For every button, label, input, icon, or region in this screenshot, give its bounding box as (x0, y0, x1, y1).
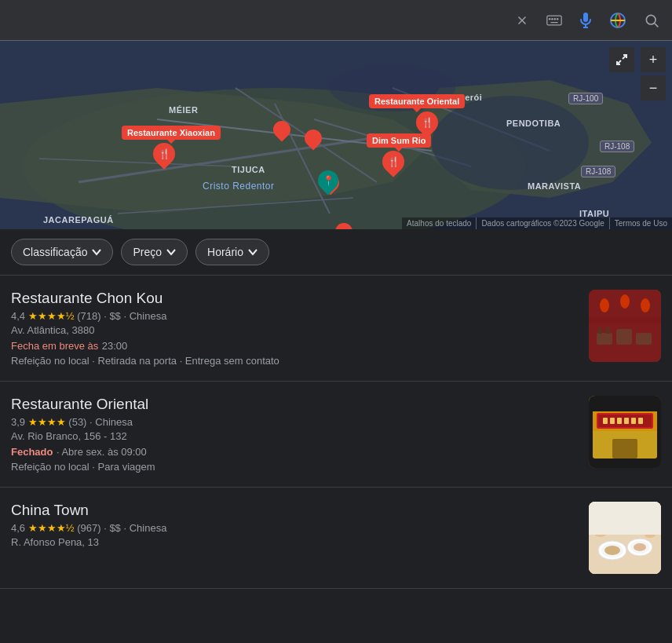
restaurant-info-oriental: Restaurante Oriental 3,9 ★★★★ (53) · Chi… (11, 396, 579, 473)
chevron-down-icon-3 (248, 247, 257, 257)
map-pin-label-xiaoxian: Restaurante Xiaoxian (122, 126, 221, 140)
restaurant-item-oriental[interactable]: Restaurante Oriental 3,9 ★★★★ (53) · Chi… (0, 382, 672, 488)
restaurant-info-chon-kou: Restaurante Chon Kou 4,4 ★★★★½ (718) · $… (11, 290, 579, 367)
svg-rect-53 (638, 418, 643, 424)
price-level-chinatown: $$ (109, 522, 120, 534)
svg-rect-33 (597, 333, 612, 345)
map-pin-dimsum[interactable]: Dim Sum Rio 🍴 (367, 133, 431, 173)
map-pin-label-oriental: Restaurante Oriental (369, 94, 465, 108)
svg-rect-50 (617, 418, 622, 424)
road-badge-rj108a: RJ-108 (600, 141, 634, 152)
map-container[interactable]: MÉIER TIJUCA Cristo Redentor JACAREPAGUÁ… (0, 41, 672, 229)
stars-icon-chinatown: ★★★★½ (28, 522, 77, 534)
search-input[interactable]: restaurante chinês no Rio de Janeiro (9, 13, 504, 27)
restaurant-services-oriental: Refeição no local · Para viagem (11, 461, 579, 473)
filters-bar: Classificação Preço Horário (0, 229, 672, 276)
restaurant-address-oriental: Av. Rio Branco, 156 - 132 (11, 430, 579, 442)
restaurant-item-chon-kou[interactable]: Restaurante Chon Kou 4,4 ★★★★½ (718) · $… (0, 276, 672, 382)
map-keyboard-shortcuts[interactable]: Atalhos do teclado (402, 217, 476, 229)
svg-line-14 (655, 23, 659, 27)
restaurant-address-chon-kou: Av. Atlântica, 3880 (11, 324, 579, 336)
svg-rect-51 (624, 418, 629, 424)
restaurant-meta-chon-kou: 4,4 ★★★★½ (718) · $$ · Chinesa (11, 310, 579, 322)
svg-point-40 (641, 298, 650, 312)
filter-schedule[interactable]: Horário (195, 239, 269, 265)
review-count-oriental: (53) (68, 416, 86, 428)
stars-icon: ★★★★½ (28, 310, 77, 322)
chevron-down-icon-2 (166, 247, 176, 257)
chevron-down-icon (92, 247, 101, 257)
map-background: MÉIER TIJUCA Cristo Redentor JACAREPAGUÁ… (0, 41, 672, 229)
restaurant-item-chinatown[interactable]: China Town 4,6 ★★★★½ (967) · $$ · Chines… (0, 488, 672, 589)
svg-rect-64 (589, 502, 661, 535)
filter-price-label: Preço (133, 246, 162, 258)
restaurant-name-oriental: Restaurante Oriental (11, 396, 579, 413)
road-badge-rj108b: RJ-108 (581, 166, 615, 177)
keyboard-icon[interactable] (543, 12, 565, 29)
svg-rect-52 (631, 418, 636, 424)
review-count: (718) (77, 310, 100, 322)
svg-rect-49 (610, 418, 615, 424)
search-button[interactable] (641, 9, 663, 31)
svg-point-61 (634, 543, 646, 551)
restaurant-list: Restaurante Chon Kou 4,4 ★★★★½ (718) · $… (0, 276, 672, 589)
restaurant-meta-oriental: 3,9 ★★★★ (53) · Chinesa (11, 416, 579, 428)
voice-search-icon[interactable] (576, 9, 595, 32)
status-time: 23:00 (102, 340, 128, 352)
map-label-maravista: MARAVISTA (528, 181, 581, 191)
map-pin-label-dimsum: Dim Sum Rio (367, 133, 431, 148)
cuisine-type-oriental: Chinesa (95, 416, 133, 428)
svg-rect-48 (603, 418, 608, 424)
cuisine-type-chinatown: Chinesa (130, 522, 167, 534)
svg-point-39 (620, 294, 630, 309)
zoom-in-button[interactable]: + (641, 47, 666, 72)
restaurant-info-chinatown: China Town 4,6 ★★★★½ (967) · $$ · Chines… (11, 502, 579, 550)
svg-point-58 (604, 546, 620, 555)
map-label-tijuca: TIJUCA (232, 165, 265, 174)
svg-rect-8 (583, 13, 588, 22)
search-bar: restaurante chinês no Rio de Janeiro (0, 0, 672, 41)
status-extra: · Abre sex. às 09:00 (57, 446, 147, 458)
clear-button[interactable] (512, 10, 532, 31)
map-label-meier: MÉIER (169, 105, 198, 115)
restaurant-name-chinatown: China Town (11, 502, 579, 519)
filter-classification-label: Classificação (23, 246, 87, 258)
restaurant-image-chon-kou (589, 290, 661, 362)
restaurant-image-oriental (589, 396, 661, 468)
svg-rect-34 (616, 329, 632, 345)
svg-rect-37 (606, 327, 610, 334)
map-expand-button[interactable] (609, 47, 634, 72)
rating-value-oriental: 3,9 (11, 416, 25, 428)
map-data-attribution: Dados cartográficos ©2023 Google (476, 217, 608, 229)
restaurant-name-chon-kou: Restaurante Chon Kou (11, 290, 579, 307)
svg-rect-2 (547, 16, 561, 25)
cuisine-type: Chinesa (130, 310, 167, 322)
map-pin-oriental[interactable]: Restaurante Oriental 🍴 (369, 94, 465, 133)
lens-icon[interactable] (606, 9, 630, 32)
restaurant-services-chon-kou: Refeição no local · Retirada na porta · … (11, 355, 579, 367)
map-label-cristo: Cristo Redentor (203, 181, 275, 192)
road-badge-rj100: RJ-100 (568, 93, 603, 104)
map-terms[interactable]: Termos de Uso (609, 217, 672, 229)
search-icons (512, 9, 663, 32)
zoom-out-button[interactable]: − (641, 75, 666, 100)
restaurant-status-chon-kou: Fecha em breve às 23:00 (11, 338, 579, 353)
svg-rect-36 (598, 327, 602, 334)
filter-price[interactable]: Preço (121, 239, 188, 265)
svg-rect-41 (589, 317, 661, 323)
filter-classification[interactable]: Classificação (11, 239, 113, 265)
restaurant-status-oriental: Fechado · Abre sex. às 09:00 (11, 444, 579, 459)
restaurant-image-chinatown (589, 502, 661, 574)
stars-icon-oriental: ★★★★ (28, 416, 69, 428)
review-count-chinatown: (967) (77, 522, 100, 534)
svg-point-13 (646, 15, 656, 24)
status-closing-text: Fecha em breve às (11, 340, 98, 352)
map-pin-xiaoxian[interactable]: Restaurante Xiaoxian 🍴 (122, 126, 221, 165)
map-zoom-controls: + − (641, 47, 666, 100)
restaurant-address-chinatown: R. Afonso Pena, 13 (11, 536, 579, 548)
rating-value: 4,4 (11, 310, 25, 322)
map-label-pendotiba: PENDOTIBA (506, 119, 561, 128)
rating-value-chinatown: 4,6 (11, 522, 25, 534)
map-label-jacarepagua: JACAREPAGUÁ (43, 215, 114, 225)
svg-rect-35 (636, 333, 652, 345)
